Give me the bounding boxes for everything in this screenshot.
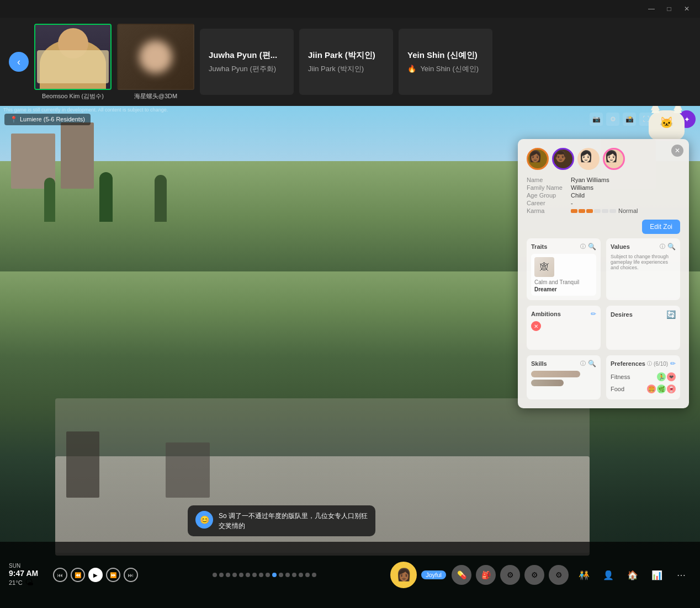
name-value: Ryan Williams [571, 177, 680, 183]
inv-slot-3[interactable]: ⚙ [500, 565, 520, 585]
participant-yein[interactable]: Yein Shin (신예인) 🔥 Yein Shin (신예인) [399, 29, 492, 95]
values-note: Subject to change through gameplay life … [611, 254, 676, 270]
chat-line-2: 交奖情的 [219, 521, 368, 531]
ambitions-remove-icon[interactable]: ✕ [531, 321, 541, 331]
speed-dot-1 [213, 573, 217, 577]
speed-dot-12 [285, 573, 290, 577]
values-info-icon: ⓘ [660, 243, 665, 250]
pref-food-label: Food [611, 386, 624, 392]
pref-fitness-icon-1: 🏃 [657, 372, 666, 381]
skills-header: Skills ⓘ 🔍 [531, 360, 596, 367]
desires-title: Desires [611, 311, 633, 318]
karma-value: Normal [571, 207, 680, 214]
inv-slot-1[interactable]: 💊 [452, 565, 471, 585]
hud-tool-snapshot[interactable]: 📸 [623, 113, 636, 126]
rewind-button[interactable]: ⏮ [53, 568, 67, 582]
inv-slot-2[interactable]: 🎒 [476, 565, 496, 585]
avatar-2[interactable]: 👨🏾 [552, 148, 574, 170]
skills-search-icon[interactable]: 🔍 [588, 360, 596, 367]
stats-button[interactable]: 📊 [647, 565, 667, 585]
ambitions-x-item: ✕ [531, 321, 596, 331]
skills-bars [531, 371, 596, 386]
preferences-edit-icon[interactable]: ✏ [670, 360, 676, 367]
speed-dot-3 [226, 573, 230, 577]
play-button[interactable]: ▶ [88, 568, 103, 582]
desires-refresh-icon[interactable]: 🔄 [666, 310, 676, 319]
social-button[interactable]: 🧑‍🤝‍🧑 [574, 565, 594, 585]
values-title: Values [611, 243, 630, 250]
participant-jiin[interactable]: Jiin Park (박지인) Jiin Park (박지인) [299, 29, 393, 95]
avatar-4[interactable]: 👩🏻 [603, 148, 625, 170]
participant-haising[interactable]: 海星螺头@3DM [117, 24, 194, 100]
family-name-label: Family Name [527, 184, 571, 191]
speed-dot-16 [312, 573, 316, 577]
traits-header: Traits ⓘ 🔍 [531, 243, 596, 250]
inv-slot-5[interactable]: ⚙ [549, 565, 569, 585]
ambitions-header: Ambitions ✏ [531, 310, 596, 318]
participant-name-jiin-sub: Jiin Park (박지인) [308, 64, 384, 74]
desires-header: Desires 🔄 [611, 310, 676, 319]
participant-juwha[interactable]: Juwha Pyun (편... Juwha Pyun (편주화) [200, 29, 294, 95]
speed-dot-9 [266, 573, 270, 577]
values-search-icon[interactable]: 🔍 [667, 243, 676, 250]
ambitions-section: Ambitions ✏ ✕ [527, 306, 601, 350]
hud-time: 9:47 AM [9, 569, 38, 578]
home-button[interactable]: 🏠 [623, 565, 643, 585]
hud-temperature: 21°C [9, 579, 23, 586]
participant-label-beomsoo: Beomsoo Kim (김범수) [34, 92, 112, 100]
participant-bar: ‹ Beomsoo Kim (김범수) 海星螺头@3DM Juwha Pyun … [0, 18, 700, 106]
location-badge: 📍 Lumiere (5-6 Residents) [4, 114, 91, 125]
hud-tool-camera[interactable]: 📷 [590, 113, 603, 126]
sim-avatar[interactable]: 👩🏾 [390, 562, 417, 588]
trait-icon: 🕸 [534, 257, 554, 277]
inv-slot-4[interactable]: ⚙ [524, 565, 544, 585]
avatar-1[interactable]: 👩🏾 [527, 148, 549, 170]
participant-name-juwha-main: Juwha Pyun (편... [209, 50, 285, 61]
nav-back-button[interactable]: ‹ [9, 52, 29, 72]
next-button[interactable]: ⏩ [106, 568, 120, 582]
pref-fitness: Fitness 🏃 ❤ [611, 371, 676, 383]
trait-name: Dreamer [534, 286, 593, 292]
minimize-button[interactable]: — [643, 0, 660, 18]
avatar-3[interactable]: 👩🏻 [577, 148, 600, 170]
speed-dot-13 [292, 573, 296, 577]
close-button[interactable]: ✕ [678, 0, 696, 18]
panel-close-button[interactable]: ✕ [671, 145, 683, 157]
game-hud-top: 📍 Lumiere (5-6 Residents) 📷 ⚙ 📸 ⛶ ☰ ✦ [4, 110, 696, 128]
pref-food-icon-3: 🍷 [667, 385, 676, 393]
panel-avatars: 👩🏾 👨🏾 👩🏻 👩🏻 [527, 148, 680, 170]
hud-inventory: 💊 🎒 ⚙ ⚙ ⚙ [452, 565, 569, 585]
cat-decoration: 🐱 [649, 110, 685, 141]
speed-dot-10 [272, 573, 277, 577]
ambitions-edit-icon[interactable]: ✏ [591, 310, 596, 318]
chat-line-1: So 调了一不通过年度的版队里，几位女专人口别狂 [219, 511, 368, 521]
traits-search-icon[interactable]: 🔍 [588, 243, 596, 250]
career-value: - [571, 200, 680, 206]
fast-forward-button[interactable]: ⏭ [124, 568, 138, 582]
edit-zoi-button[interactable]: Edit Zoi [642, 220, 680, 234]
pref-food-icons: 🍔 🌿 🍷 [647, 385, 676, 393]
hud-weather-icon: 🌤 [25, 578, 34, 588]
trait-card: 🕸 Calm and Tranquil Dreamer [531, 254, 596, 296]
skill-bar-2 [531, 380, 564, 386]
character-info: Name Ryan Williams Family Name Williams … [527, 177, 680, 214]
speed-dots [144, 573, 385, 577]
location-icon: 📍 [10, 116, 18, 123]
maximize-button[interactable]: □ [660, 0, 678, 18]
location-text: Lumiere (5-6 Residents) [20, 116, 85, 122]
skill-bar-1 [531, 371, 580, 377]
game-hud-bottom: SUN 9:47 AM 21°C 🌤 ⏮ ⏪ ▶ ⏩ ⏭ [0, 542, 700, 608]
profile-button[interactable]: 👤 [598, 565, 618, 585]
ambitions-title: Ambitions [531, 311, 561, 317]
hud-day: SUN [9, 563, 20, 569]
participant-beomsoo[interactable]: Beomsoo Kim (김범수) [34, 24, 112, 100]
prev-button[interactable]: ⏪ [71, 568, 85, 582]
traits-section: Traits ⓘ 🔍 🕸 Calm and Tranquil Dreamer [527, 238, 601, 300]
speed-dot-14 [299, 573, 303, 577]
participant-name-juwha-sub: Juwha Pyun (편주화) [209, 64, 285, 74]
hud-tool-settings[interactable]: ⚙ [606, 113, 619, 126]
game-viewport[interactable]: This game is still currently in developm… [0, 106, 700, 608]
values-section: Values ⓘ 🔍 Subject to change through gam… [606, 238, 680, 300]
more-button[interactable]: ⋯ [671, 565, 691, 585]
participant-name-jiin-main: Jiin Park (박지인) [308, 50, 384, 61]
